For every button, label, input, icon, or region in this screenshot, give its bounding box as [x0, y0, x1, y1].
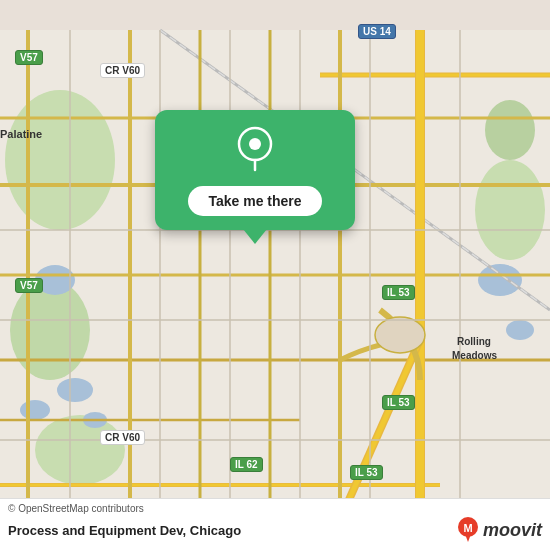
- place-label-rolling: Rolling: [457, 336, 491, 347]
- place-label-meadows: Meadows: [452, 350, 497, 361]
- svg-point-12: [506, 320, 534, 340]
- svg-point-46: [249, 138, 261, 150]
- svg-text:M: M: [463, 522, 472, 534]
- attribution-text: © OpenStreetMap contributors: [8, 503, 542, 514]
- bottom-bar: © OpenStreetMap contributors Process and…: [0, 498, 550, 550]
- svg-point-11: [478, 264, 522, 296]
- road-label-cr-v60-top: CR V60: [100, 63, 145, 78]
- place-label-palatine: Palatine: [0, 128, 42, 140]
- location-row: Process and Equipment Dev, Chicago M moo…: [8, 516, 542, 544]
- road-label-v57-top: V57: [15, 50, 43, 65]
- svg-marker-50: [465, 534, 471, 542]
- road-label-cr-v60-bot: CR V60: [100, 430, 145, 445]
- moovit-logo-text: moovit: [483, 520, 542, 541]
- svg-point-8: [57, 378, 93, 402]
- road-label-us14: US 14: [358, 24, 396, 39]
- svg-point-10: [20, 400, 50, 420]
- svg-point-2: [5, 90, 115, 230]
- moovit-logo: M moovit: [457, 516, 542, 544]
- map-background: [0, 0, 550, 550]
- road-label-v57-bot: V57: [15, 278, 43, 293]
- svg-point-6: [485, 100, 535, 160]
- svg-point-3: [10, 280, 90, 380]
- moovit-pin-icon: M: [457, 516, 479, 544]
- road-label-il53-lower: IL 53: [382, 395, 415, 410]
- svg-rect-31: [416, 30, 424, 520]
- location-name: Process and Equipment Dev, Chicago: [8, 523, 241, 538]
- svg-point-4: [35, 415, 125, 485]
- popup-card: Take me there: [155, 110, 355, 230]
- take-me-there-button[interactable]: Take me there: [188, 186, 321, 216]
- map-container: V57 US 14 CR V60 IL 53 IL 53 IL 53 IL 62…: [0, 0, 550, 550]
- svg-point-34: [375, 317, 425, 353]
- road-label-il53-bottom: IL 53: [350, 465, 383, 480]
- location-pin-icon: [235, 126, 275, 176]
- road-label-il53-mid: IL 53: [382, 285, 415, 300]
- road-label-il62: IL 62: [230, 457, 263, 472]
- svg-point-5: [475, 160, 545, 260]
